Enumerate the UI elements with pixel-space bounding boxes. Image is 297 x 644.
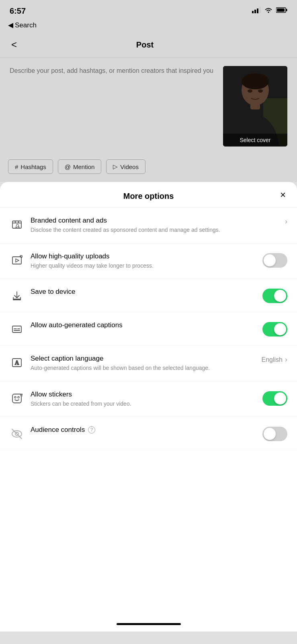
audience-controls-item: Audience controls ?	[0, 417, 297, 450]
allow-stickers-label: Allow stickers	[31, 390, 256, 398]
auto-captions-icon	[10, 322, 24, 336]
high-quality-icon	[10, 253, 24, 268]
post-thumbnail[interactable]: Select cover	[223, 66, 287, 147]
audience-controls-help-icon: ?	[88, 426, 95, 433]
audience-controls-icon	[10, 427, 24, 441]
svg-rect-2	[257, 8, 258, 13]
hashtags-button[interactable]: # Hashtags	[8, 159, 53, 174]
caption-language-item[interactable]: A Select caption language Auto-generated…	[0, 346, 297, 382]
svg-rect-17	[12, 257, 21, 264]
auto-captions-label: Allow auto-generated captions	[31, 321, 256, 329]
mention-button[interactable]: @ Mention	[58, 159, 102, 174]
signal-icon	[252, 7, 261, 15]
branded-content-icon	[10, 217, 24, 232]
more-options-sheet: More options × Branded content and ads D…	[0, 182, 297, 617]
wifi-icon	[264, 7, 273, 15]
allow-stickers-content: Allow stickers Stickers can be created f…	[31, 390, 256, 408]
audience-controls-label: Audience controls	[31, 426, 85, 434]
back-arrow-icon: ◀	[8, 21, 13, 29]
caption-language-content: Select caption language Auto-generated c…	[31, 355, 255, 372]
toggle-knob	[264, 428, 276, 440]
videos-button[interactable]: ▷ Videos	[106, 159, 145, 174]
mention-icon: @	[65, 163, 71, 170]
svg-rect-0	[252, 11, 254, 13]
high-quality-right[interactable]	[262, 253, 287, 268]
audience-controls-right[interactable]	[262, 427, 287, 441]
branded-content-item[interactable]: Branded content and ads Disclose the con…	[0, 208, 297, 244]
svg-rect-23	[12, 394, 21, 403]
branded-content-chevron: ›	[285, 217, 287, 226]
search-back-label: Search	[15, 21, 37, 29]
save-device-right[interactable]	[262, 289, 287, 303]
select-cover-label[interactable]: Select cover	[223, 134, 287, 147]
home-indicator	[0, 617, 297, 632]
branded-content-right: ›	[285, 217, 287, 226]
status-time: 6:57	[10, 6, 26, 16]
hashtag-icon: #	[15, 163, 18, 170]
videos-icon: ▷	[113, 163, 118, 170]
status-icons	[252, 7, 287, 15]
high-quality-toggle[interactable]	[262, 253, 287, 268]
mention-label: Mention	[73, 163, 94, 170]
svg-marker-16	[16, 224, 19, 228]
high-quality-label: Allow high-quality uploads	[31, 252, 256, 260]
post-description-field[interactable]: Describe your post, add hashtags, or men…	[10, 66, 217, 76]
post-header: < Post	[0, 32, 297, 58]
high-quality-content: Allow high-quality uploads Higher qualit…	[31, 252, 256, 270]
toggle-knob	[274, 323, 286, 335]
svg-point-19	[20, 255, 23, 257]
branded-content-content: Branded content and ads Disclose the con…	[31, 217, 279, 234]
tag-buttons-row: # Hashtags @ Mention ▷ Videos	[0, 155, 297, 182]
svg-point-13	[248, 89, 252, 93]
post-content-area: Describe your post, add hashtags, or men…	[0, 58, 297, 155]
allow-stickers-toggle[interactable]	[262, 391, 287, 406]
svg-marker-18	[16, 259, 19, 262]
svg-point-25	[18, 396, 19, 398]
svg-rect-3	[259, 7, 261, 13]
auto-captions-item: Allow auto-generated captions	[0, 312, 297, 346]
videos-label: Videos	[120, 163, 139, 170]
svg-rect-20	[12, 326, 21, 332]
caption-language-icon: A	[10, 355, 24, 370]
top-nav: ◀ Search	[0, 20, 297, 32]
caption-language-chevron: ›	[285, 355, 287, 364]
svg-rect-1	[254, 10, 256, 13]
caption-language-label: Select caption language	[31, 355, 255, 363]
toggle-knob	[264, 254, 276, 266]
back-search-nav[interactable]: ◀ Search	[8, 21, 37, 29]
allow-stickers-icon	[10, 391, 24, 406]
caption-language-desc: Auto-generated captions will be shown ba…	[31, 364, 255, 372]
auto-captions-right[interactable]	[262, 322, 287, 336]
branded-content-desc: Disclose the content created as sponsore…	[31, 226, 279, 234]
svg-text:A: A	[15, 360, 19, 366]
audience-controls-toggle[interactable]	[262, 427, 287, 441]
high-quality-item: Allow high-quality uploads Higher qualit…	[0, 244, 297, 279]
svg-rect-6	[286, 9, 287, 11]
save-device-toggle[interactable]	[262, 289, 287, 303]
toggle-knob	[274, 290, 286, 302]
close-button[interactable]: ×	[279, 188, 287, 201]
allow-stickers-desc: Stickers can be created from your video.	[31, 400, 256, 408]
audience-controls-content: Audience controls ?	[31, 426, 256, 434]
home-bar	[117, 623, 181, 625]
svg-point-11	[242, 73, 269, 89]
svg-rect-7	[277, 8, 285, 12]
save-device-icon	[10, 289, 24, 303]
hashtags-label: Hashtags	[20, 163, 46, 170]
save-device-content: Save to device	[31, 288, 256, 296]
allow-stickers-right[interactable]	[262, 391, 287, 406]
svg-rect-12	[250, 101, 260, 109]
caption-language-value: English	[262, 356, 283, 363]
auto-captions-toggle[interactable]	[262, 322, 287, 336]
sheet-header: More options ×	[0, 182, 297, 208]
svg-point-4	[268, 12, 269, 13]
svg-point-14	[258, 89, 263, 93]
sheet-title: More options	[123, 192, 174, 201]
toggle-knob	[274, 392, 286, 405]
save-device-label: Save to device	[31, 288, 256, 296]
battery-icon	[276, 7, 287, 15]
status-bar: 6:57	[0, 0, 297, 20]
auto-captions-content: Allow auto-generated captions	[31, 321, 256, 329]
high-quality-desc: Higher quality videos may take longer to…	[31, 262, 256, 270]
post-back-button[interactable]: <	[10, 37, 18, 52]
